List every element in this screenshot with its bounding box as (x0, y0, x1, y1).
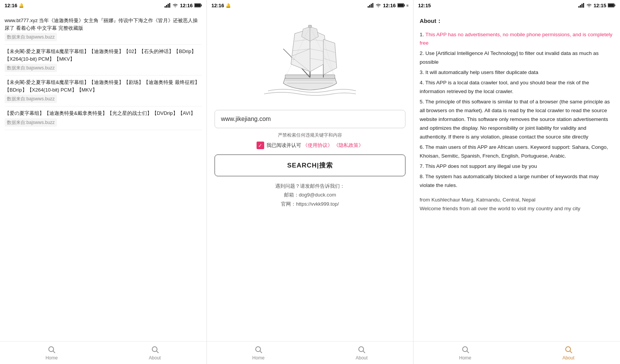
signal-icon-2 (368, 3, 374, 8)
about-footer-line2: Welcome friends from all over the world … (420, 205, 614, 213)
nav-about-2[interactable]: About (310, 341, 413, 364)
wifi-icon-1 (172, 3, 178, 8)
about-icon-3 (564, 345, 573, 354)
home-icon-2 (254, 345, 263, 354)
status-time-1: 12:16 (5, 3, 17, 8)
status-left-1: 12:16 🔔 (5, 3, 24, 8)
battery-icon-2 (397, 3, 405, 8)
panel-about: 12:15 12:15 About： 1. This APP has no ad… (413, 0, 620, 364)
svg-line-51 (570, 351, 572, 353)
svg-rect-12 (369, 5, 370, 8)
about-num-6: 6. (420, 144, 425, 150)
svg-rect-33 (308, 25, 312, 27)
svg-line-49 (467, 351, 469, 353)
nav-home-1[interactable]: Home (0, 341, 103, 364)
ship-svg (260, 18, 360, 102)
battery-icon-3 (608, 3, 615, 8)
about-item-4: 4. This APP is a local data crawler tool… (420, 79, 614, 96)
search-warning: 严禁检索任何违规关键字和内容 (278, 132, 342, 139)
svg-rect-44 (583, 3, 584, 8)
svg-line-38 (260, 351, 262, 353)
search-input-wrapper (215, 110, 406, 128)
about-text-4: This APP is a local data crawler tool, a… (420, 80, 589, 94)
result-text-2: 【未央閣-爱之夏字幕组&魔星字幕组】【迪迦奥特曼】【02】【石头的神话】【BDr… (5, 48, 202, 63)
about-item-2: 2. Use [Artificial Intelligence AI Techn… (420, 49, 614, 67)
about-text-8: The system has automatically blocked a l… (420, 174, 599, 188)
about-num-1: 1. (420, 32, 425, 37)
nav-home-2[interactable]: Home (207, 341, 310, 364)
agreement-row: ✓ 我已阅读并认可 《使用协议》 《隐私政策》 (257, 142, 363, 149)
battery-icon-1 (194, 3, 202, 8)
ship-illustration (215, 11, 406, 110)
result-item-1[interactable]: www.bt777.xyz 当年《迪迦奥特曼》女主角『丽娜』传说中下海之作《皆月… (5, 14, 202, 45)
nav-home-label-2: Home (252, 355, 265, 361)
bottom-nav-2: Home About (207, 341, 413, 364)
nav-home-label-1: Home (45, 355, 58, 361)
about-text-2: Use [Artificial Intelligence AI Technolo… (420, 50, 599, 65)
privacy-link[interactable]: 《隐私政策》 (334, 142, 363, 148)
svg-rect-16 (398, 4, 404, 7)
svg-line-23 (283, 49, 291, 56)
svg-rect-5 (195, 4, 200, 7)
status-time-right-3: 12:15 (594, 3, 606, 8)
svg-rect-41 (578, 6, 580, 8)
agreement-checkbox[interactable]: ✓ (257, 142, 264, 149)
nav-about-3[interactable]: About (517, 341, 620, 364)
search-input[interactable] (215, 110, 406, 128)
result-source-2: 数据来自:bajswws.buzz (5, 64, 57, 72)
signal-icon-3 (578, 3, 584, 8)
terms-link[interactable]: 《使用协议》 (303, 142, 333, 148)
status-time-2: 12:16 (212, 3, 224, 8)
about-item-6: 6. The main users of this APP are Africa… (420, 143, 614, 161)
about-item-3: 3. It will automatically help users filt… (420, 68, 614, 77)
contact-line-2: 邮箱：dog9@duck.com (275, 190, 345, 199)
nav-about-label-3: About (562, 355, 574, 361)
about-num-2: 2. (420, 50, 425, 56)
result-source-4: 数据来自:bajswws.buzz (5, 118, 57, 127)
contact-line-3: 官网：https://vvkk999.top/ (275, 200, 345, 208)
result-source-3: 数据来自:bajswws.buzz (5, 95, 57, 103)
status-right-3: 12:15 (578, 3, 615, 8)
search-button[interactable]: SEARCH|搜索 (215, 155, 406, 176)
about-footer: from Kushlechaur Marg, Katmandu, Central… (420, 196, 614, 213)
svg-point-50 (566, 347, 571, 352)
result-item-3[interactable]: 【未央閣-爱之夏字幕组&魔星字幕组】【迪迦奥特曼】【剧场】【迪迦奥特曼 最终征程… (5, 76, 202, 106)
contact-section: 遇到问题？请发邮件告诉我们： 邮箱：dog9@duck.com 官网：https… (275, 182, 345, 208)
svg-rect-14 (372, 3, 373, 8)
notification-icon-2: 🔔 (226, 3, 231, 8)
svg-rect-2 (168, 4, 169, 8)
about-item-1: 1. This APP has no advertisements, no mo… (420, 31, 614, 48)
svg-line-8 (53, 351, 55, 353)
about-item-7: 7. This APP does not support any illegal… (420, 162, 614, 171)
contact-line-1: 遇到问题？请发邮件告诉我们： (275, 182, 345, 190)
svg-rect-3 (169, 3, 170, 8)
svg-rect-1 (166, 5, 167, 8)
svg-line-40 (363, 351, 365, 353)
about-num-7: 7. (420, 163, 425, 169)
bottom-nav-3: Home About (413, 341, 620, 364)
wifi-icon-3 (586, 3, 592, 8)
result-item-4[interactable]: 【爱の夏字幕组】【迪迦奥特曼&戴拿奥特曼】【光之星的战士们】【DVDrip】【A… (5, 106, 202, 130)
svg-rect-17 (404, 5, 405, 6)
panel-search-home: 12:16 🔔 12:16 ≡ (207, 0, 414, 364)
notification-icon-1: 🔔 (19, 3, 24, 8)
nav-about-label-2: About (356, 355, 368, 361)
about-text-3: It will automatically help users filter … (425, 69, 538, 75)
about-num-8: 8. (420, 174, 425, 179)
home-icon-1 (47, 345, 56, 354)
svg-rect-6 (201, 5, 202, 6)
status-bar-2: 12:16 🔔 12:16 ≡ (207, 0, 413, 11)
result-item-2[interactable]: 【未央閣-爱之夏字幕组&魔星字幕组】【迪迦奥特曼】【02】【石头的神话】【BDr… (5, 45, 202, 76)
about-item-5: 5. The principle of this software is sim… (420, 98, 614, 142)
agreement-text: 我已阅读并认可 《使用协议》 《隐私政策》 (266, 142, 363, 149)
nav-about-label-1: About (149, 355, 161, 361)
signal-icon-1 (165, 3, 171, 8)
status-left-2: 12:16 🔔 (212, 3, 231, 8)
nav-about-1[interactable]: About (103, 341, 206, 364)
svg-line-10 (157, 351, 158, 353)
result-text-4: 【爱の夏字幕组】【迪迦奥特曼&戴拿奥特曼】【光之星的战士们】【DVDrip】【A… (5, 110, 202, 117)
about-item-8: 8. The system has automatically blocked … (420, 172, 614, 190)
nav-home-3[interactable]: Home (413, 341, 517, 364)
svg-rect-42 (580, 5, 581, 8)
svg-point-7 (49, 347, 54, 352)
